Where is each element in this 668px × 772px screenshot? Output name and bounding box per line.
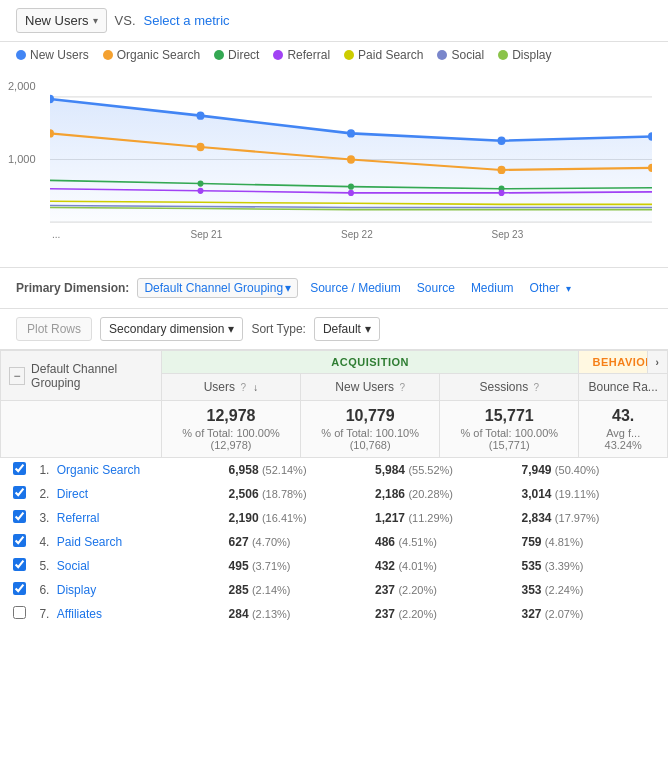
row-checkbox-cell[interactable]	[0, 578, 39, 602]
sessions-help-icon[interactable]: ?	[534, 382, 540, 393]
svg-point-5	[196, 111, 204, 119]
legend-item-organic-search: Organic Search	[103, 48, 200, 62]
row-checkbox[interactable]	[13, 606, 26, 619]
legend-item-display: Display	[498, 48, 551, 62]
source-medium-link[interactable]: Source / Medium	[306, 279, 405, 297]
row-checkbox[interactable]	[13, 486, 26, 499]
row-sessions: 3,014 (19.11%)	[521, 482, 667, 506]
y-label-1000: 1,000	[8, 153, 36, 165]
channel-link[interactable]: Referral	[57, 511, 100, 525]
line-chart: ... Sep 21 Sep 22 Sep 23	[50, 76, 652, 243]
row-new-users: 432 (4.01%)	[375, 554, 521, 578]
channel-link[interactable]: Paid Search	[57, 535, 122, 549]
primary-dim-label: Primary Dimension:	[16, 281, 129, 295]
row-users: 6,958 (52.14%)	[229, 458, 375, 482]
row-sessions: 535 (3.39%)	[521, 554, 667, 578]
behavior-group-header: BEHAVIOR ›	[579, 351, 668, 374]
table-row: 5. Social 495 (3.71%) 432 (4.01%) 535 (3…	[0, 554, 668, 578]
channel-link[interactable]: Display	[57, 583, 96, 597]
totals-row: 12,978 % of Total: 100.00% (12,978) 10,7…	[1, 401, 668, 458]
row-users: 495 (3.71%)	[229, 554, 375, 578]
svg-point-12	[497, 166, 505, 174]
legend-dot	[214, 50, 224, 60]
row-checkbox[interactable]	[13, 582, 26, 595]
row-checkbox-cell[interactable]	[0, 602, 39, 626]
svg-point-10	[196, 143, 204, 151]
default-channel-grouping-dropdown[interactable]: Default Channel Grouping ▾	[137, 278, 298, 298]
sort-type-dropdown[interactable]: Default ▾	[314, 317, 380, 341]
chevron-down-icon: ▾	[93, 15, 98, 26]
row-new-users: 1,217 (11.29%)	[375, 506, 521, 530]
users-sort-icon[interactable]: ↓	[253, 382, 258, 393]
other-chevron-icon: ▾	[566, 283, 571, 294]
row-checkbox[interactable]	[13, 558, 26, 571]
plot-rows-button: Plot Rows	[16, 317, 92, 341]
row-sessions: 327 (2.07%)	[521, 602, 667, 626]
scroll-right-button[interactable]: ›	[647, 351, 667, 373]
totals-users: 12,978 % of Total: 100.00% (12,978)	[161, 401, 300, 458]
row-checkbox-cell[interactable]	[0, 530, 39, 554]
chart-area: 2,000 1,000	[0, 68, 668, 268]
channel-link[interactable]: Social	[57, 559, 90, 573]
row-users: 285 (2.14%)	[229, 578, 375, 602]
row-rank-label: 3. Referral	[39, 506, 228, 530]
svg-point-17	[197, 188, 203, 194]
vs-label: VS.	[115, 13, 136, 28]
users-col-header: Users ? ↓	[161, 374, 300, 401]
row-checkbox[interactable]	[13, 534, 26, 547]
select-metric-link[interactable]: Select a metric	[144, 13, 230, 28]
metric-label: New Users	[25, 13, 89, 28]
dim-dropdown-label: Default Channel Grouping	[144, 281, 283, 295]
sec-dim-label: Secondary dimension	[109, 322, 224, 336]
secondary-dim-dropdown[interactable]: Secondary dimension ▾	[100, 317, 243, 341]
chevron-down-icon: ▾	[228, 322, 234, 336]
row-checkbox[interactable]	[13, 510, 26, 523]
other-link[interactable]: Other	[526, 279, 564, 297]
table-row: 6. Display 285 (2.14%) 237 (2.20%) 353 (…	[0, 578, 668, 602]
row-checkbox-cell[interactable]	[0, 482, 39, 506]
channel-group-header: − Default Channel Grouping	[1, 351, 162, 401]
svg-point-19	[498, 190, 504, 196]
svg-point-11	[347, 155, 355, 163]
chevron-down-icon: ▾	[285, 281, 291, 295]
users-help-icon[interactable]: ?	[240, 382, 246, 393]
legend-dot	[103, 50, 113, 60]
secondary-toolbar: Plot Rows Secondary dimension ▾ Sort Typ…	[0, 309, 668, 350]
medium-link[interactable]: Medium	[467, 279, 518, 297]
legend-dot	[16, 50, 26, 60]
row-checkbox[interactable]	[13, 462, 26, 475]
data-table: − Default Channel Grouping ACQUISITION B…	[0, 350, 668, 458]
row-rank-label: 6. Display	[39, 578, 228, 602]
row-rank-label: 1. Organic Search	[39, 458, 228, 482]
row-sessions: 2,834 (17.97%)	[521, 506, 667, 530]
table-row: 2. Direct 2,506 (18.78%) 2,186 (20.28%) …	[0, 482, 668, 506]
source-link[interactable]: Source	[413, 279, 459, 297]
row-rank-label: 5. Social	[39, 554, 228, 578]
row-rank-label: 7. Affiliates	[39, 602, 228, 626]
header: New Users ▾ VS. Select a metric	[0, 0, 668, 42]
svg-point-7	[497, 137, 505, 145]
legend-dot	[344, 50, 354, 60]
channel-link[interactable]: Affiliates	[57, 607, 102, 621]
row-users: 284 (2.13%)	[229, 602, 375, 626]
sort-type-label: Sort Type:	[251, 322, 305, 336]
channel-link[interactable]: Direct	[57, 487, 88, 501]
metric-dropdown[interactable]: New Users ▾	[16, 8, 107, 33]
collapse-button[interactable]: −	[9, 367, 25, 385]
row-sessions: 759 (4.81%)	[521, 530, 667, 554]
row-users: 627 (4.70%)	[229, 530, 375, 554]
row-rank-label: 2. Direct	[39, 482, 228, 506]
row-checkbox-cell[interactable]	[0, 554, 39, 578]
new-users-help-icon[interactable]: ?	[399, 382, 405, 393]
legend-dot	[437, 50, 447, 60]
legend-item-referral: Referral	[273, 48, 330, 62]
row-checkbox-cell[interactable]	[0, 458, 39, 482]
svg-text:Sep 21: Sep 21	[190, 229, 222, 240]
channel-link[interactable]: Organic Search	[57, 463, 140, 477]
sort-value: Default	[323, 322, 361, 336]
totals-new-users: 10,779 % of Total: 100.10% (10,768)	[301, 401, 440, 458]
row-rank-label: 4. Paid Search	[39, 530, 228, 554]
table-rows-container: 1. Organic Search 6,958 (52.14%) 5,984 (…	[0, 458, 668, 626]
row-checkbox-cell[interactable]	[0, 506, 39, 530]
legend-item-direct: Direct	[214, 48, 259, 62]
